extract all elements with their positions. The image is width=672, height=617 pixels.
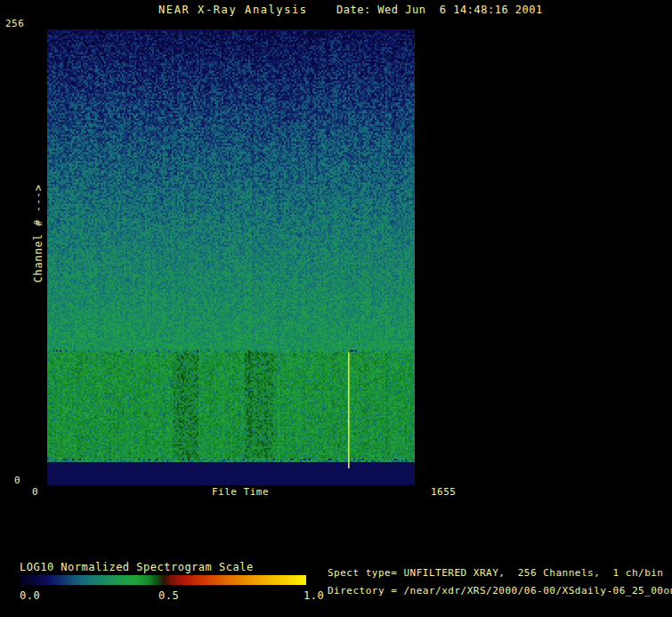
colorbar-tick-max: 1.0: [304, 590, 324, 601]
x-axis-title: File Time: [212, 487, 269, 497]
near-xray-analysis-window: NEAR X-Ray Analysis Date: Wed Jun 6 14:4…: [0, 0, 672, 617]
y-axis-min-label: 0: [14, 475, 20, 485]
date-label: Date: Wed Jun 6 14:48:16 2001: [336, 4, 543, 15]
spectrogram-canvas: [47, 29, 415, 485]
colorbar-tick-min: 0.0: [20, 590, 40, 601]
colorbar-gradient: [20, 575, 306, 585]
colorbar-tick-mid: 0.5: [158, 590, 179, 601]
x-axis-max-label: 1655: [431, 487, 457, 497]
colorbar-title: LOG10 Normalized Spectrogram Scale: [20, 562, 254, 572]
page-title: NEAR X-Ray Analysis: [158, 4, 308, 15]
y-axis-title: Channel # --->: [34, 184, 45, 283]
directory-label: Directory = /near/xdr/XRS/2000/06-00/XSd…: [328, 586, 672, 596]
y-axis-max-label: 256: [5, 19, 24, 28]
x-axis-min-label: 0: [32, 487, 38, 497]
spect-type-label: Spect type= UNFILTERED XRAY, 256 Channel…: [328, 568, 664, 578]
